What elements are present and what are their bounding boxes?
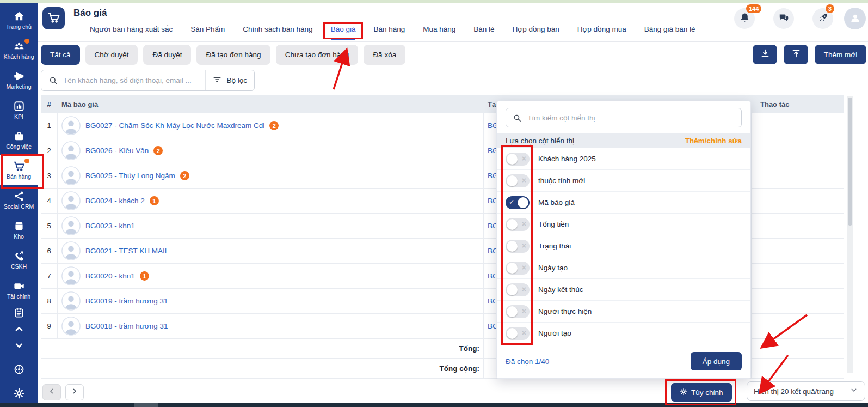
x-icon: × bbox=[522, 175, 526, 185]
column-toggle[interactable]: ✓× bbox=[506, 305, 530, 318]
rocket-button[interactable]: 3 bbox=[812, 8, 833, 29]
quote-link[interactable]: BG0021 - TEST KH MAIL bbox=[85, 247, 169, 255]
column-header-code: Mã báo giá bbox=[57, 100, 483, 108]
import-button[interactable] bbox=[784, 45, 808, 64]
toggle-knob bbox=[507, 306, 518, 317]
check-icon: ✓ bbox=[509, 198, 514, 208]
bottom-scrollbar-track[interactable] bbox=[0, 403, 868, 407]
sidebar-item-finance[interactable]: Tài chính bbox=[0, 275, 38, 305]
search-bar: Bộ lọc bbox=[41, 70, 255, 91]
sphere-icon bbox=[13, 363, 25, 375]
column-header-index: # bbox=[41, 100, 57, 108]
customize-button[interactable]: Tùy chỉnh bbox=[671, 383, 732, 402]
filter-chip[interactable]: Đã xóa bbox=[364, 45, 405, 65]
quote-link[interactable]: BG0019 - trầm hương 31 bbox=[85, 297, 168, 305]
chat-icon bbox=[778, 12, 790, 26]
sidebar-item-kpi[interactable]: KPI bbox=[0, 95, 38, 125]
filter-chip[interactable]: Đã duyệt bbox=[143, 45, 191, 65]
sidebar-item-sphere[interactable] bbox=[0, 361, 38, 378]
quote-count-badge: 1 bbox=[150, 196, 159, 205]
column-toggle[interactable]: ✓× bbox=[506, 153, 530, 166]
notifications-button[interactable]: 144 bbox=[734, 8, 755, 29]
toggle-knob bbox=[507, 328, 518, 339]
filter-chip[interactable]: Chưa tạo đơn hàng bbox=[276, 45, 359, 65]
home-icon bbox=[13, 10, 25, 22]
tab-Bảng giá bán lẻ[interactable]: Bảng giá bán lẻ bbox=[644, 25, 695, 40]
sidebar-item-sales[interactable]: Bán hàng bbox=[0, 155, 38, 185]
tab-Mua hàng[interactable]: Mua hàng bbox=[423, 25, 455, 40]
row-main-cell: BG0024 - khách 21 bbox=[57, 189, 483, 213]
tab-Người bán hàng xuất sắc[interactable]: Người bán hàng xuất sắc bbox=[90, 25, 173, 40]
add-edit-columns-link[interactable]: Thêm/chỉnh sửa bbox=[685, 137, 742, 145]
quote-link[interactable]: BG0023 - khn1 bbox=[85, 222, 135, 230]
tab-Chính sách bán hàng[interactable]: Chính sách bán hàng bbox=[243, 25, 312, 40]
finance-icon bbox=[13, 280, 25, 292]
user-avatar[interactable] bbox=[844, 8, 866, 29]
quote-link[interactable]: BG0026 - Kiều Vân bbox=[85, 147, 149, 155]
sidebar-item-social-crm[interactable]: Social CRM bbox=[0, 185, 38, 215]
row-index: 9 bbox=[41, 322, 57, 330]
filter-chip[interactable]: Tất cả bbox=[41, 45, 80, 65]
toggle-knob bbox=[518, 197, 528, 208]
sidebar-item-planner[interactable] bbox=[0, 305, 38, 321]
filter-button[interactable]: Bộ lọc bbox=[205, 70, 254, 90]
sidebar-item-label: Trang chủ bbox=[6, 24, 32, 30]
tab-Hợp đồng mua[interactable]: Hợp đồng mua bbox=[577, 25, 626, 40]
tab-Bán lẻ[interactable]: Bán lẻ bbox=[473, 25, 494, 40]
column-toggle[interactable]: ✓× bbox=[506, 283, 530, 296]
quote-link[interactable]: BG0027 - Chăm Sóc Kh Máy Lọc Nước Maxdre… bbox=[85, 122, 264, 130]
sidebar-item-chevron-down[interactable] bbox=[0, 337, 38, 354]
column-header-actions: Thao tác bbox=[751, 100, 844, 108]
row-actions-cell bbox=[751, 289, 844, 313]
search-icon bbox=[513, 113, 522, 123]
sidebar-item-home[interactable]: Trang chủ bbox=[0, 5, 38, 35]
apply-button[interactable]: Áp dụng bbox=[691, 352, 742, 370]
scrollbar-thumb[interactable] bbox=[848, 98, 852, 226]
customize-label: Tùy chỉnh bbox=[691, 388, 723, 397]
quote-count-badge: 1 bbox=[140, 271, 149, 281]
column-search-input[interactable] bbox=[527, 114, 736, 122]
cart-icon bbox=[47, 11, 60, 26]
column-toggle[interactable]: ✓× bbox=[506, 240, 530, 253]
row-actions-cell bbox=[751, 138, 844, 163]
column-toggle[interactable]: ✓× bbox=[506, 262, 530, 275]
quote-link[interactable]: BG0025 - Thủy Long Ngâm bbox=[85, 172, 175, 180]
tab-Báo giá[interactable]: Báo giá bbox=[331, 25, 356, 40]
chevron-down-icon bbox=[849, 386, 858, 397]
quote-link[interactable]: BG0024 - khách 2 bbox=[85, 197, 145, 205]
warehouse-icon bbox=[13, 220, 25, 232]
column-toggle[interactable]: ✓× bbox=[506, 218, 530, 231]
sidebar-item-tasks[interactable]: Công việc bbox=[0, 125, 38, 155]
quote-link[interactable]: BG0018 - trầm hương 31 bbox=[85, 322, 168, 330]
gear-icon bbox=[680, 388, 687, 397]
export-button[interactable] bbox=[753, 45, 777, 64]
tab-Bán hàng[interactable]: Bán hàng bbox=[373, 25, 405, 40]
table-vertical-scrollbar[interactable] bbox=[847, 96, 853, 373]
module-tabs: Người bán hàng xuất sắcSản PhẩmChính sác… bbox=[90, 25, 695, 40]
sidebar-item-marketing[interactable]: Marketing bbox=[0, 65, 38, 95]
sidebar-item-customers[interactable]: Khách hàng bbox=[0, 35, 38, 65]
bottom-scrollbar-thumb[interactable] bbox=[134, 403, 158, 407]
sidebar-item-settings[interactable] bbox=[0, 385, 38, 402]
filter-chip[interactable]: Đã tạo đơn hàng bbox=[196, 45, 270, 65]
filter-chip[interactable]: Chờ duyệt bbox=[85, 45, 138, 65]
row-main-cell: BG0018 - trầm hương 31 bbox=[57, 314, 483, 338]
quote-link[interactable]: BG0020 - khn1 bbox=[85, 272, 135, 280]
page-size-select[interactable]: Hiển thị 20 kết quả/trang bbox=[747, 381, 865, 401]
column-toggle[interactable]: ✓× bbox=[506, 196, 530, 209]
search-input[interactable] bbox=[63, 76, 205, 84]
customer-avatar bbox=[61, 266, 81, 285]
module-cart-button[interactable] bbox=[42, 7, 65, 29]
pagination-prev-button[interactable] bbox=[42, 384, 61, 400]
pagination-next-button[interactable] bbox=[65, 384, 84, 400]
tab-Sản Phẩm[interactable]: Sản Phẩm bbox=[190, 25, 225, 40]
tab-Hợp đồng bán[interactable]: Hợp đồng bán bbox=[513, 25, 559, 40]
column-toggle[interactable]: ✓× bbox=[506, 174, 530, 187]
chat-button[interactable] bbox=[773, 8, 794, 29]
column-toggle[interactable]: ✓× bbox=[506, 327, 530, 340]
add-new-button[interactable]: Thêm mới bbox=[815, 45, 866, 64]
sidebar-item-chevron-up[interactable] bbox=[0, 321, 38, 337]
sidebar-item-cskh[interactable]: CSKH bbox=[0, 245, 38, 275]
sidebar-item-warehouse[interactable]: Kho bbox=[0, 215, 38, 245]
x-icon: × bbox=[522, 263, 526, 272]
